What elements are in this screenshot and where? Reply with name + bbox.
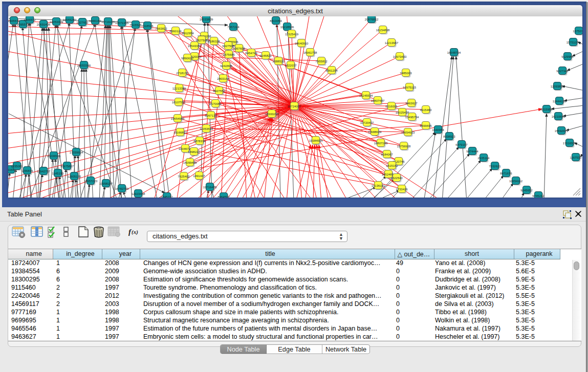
svg-text:9699695: 9699695 bbox=[420, 124, 432, 127]
svg-text:12975115: 12975115 bbox=[403, 86, 417, 89]
svg-text:17957223: 17957223 bbox=[84, 180, 98, 183]
svg-text:1640954: 1640954 bbox=[432, 128, 444, 132]
svg-text:6466160: 6466160 bbox=[89, 19, 101, 23]
svg-text:8938923: 8938923 bbox=[443, 135, 455, 138]
svg-text:7663822: 7663822 bbox=[155, 27, 167, 30]
svg-text:7485003: 7485003 bbox=[400, 72, 412, 75]
svg-text:12923468: 12923468 bbox=[132, 192, 145, 195]
svg-text:1322037: 1322037 bbox=[285, 64, 297, 67]
svg-text:8561204: 8561204 bbox=[325, 69, 338, 72]
svg-text:7357224: 7357224 bbox=[227, 26, 239, 29]
svg-text:6216001: 6216001 bbox=[385, 105, 398, 108]
svg-text:1615152: 1615152 bbox=[386, 164, 398, 167]
svg-text:20876812: 20876812 bbox=[365, 18, 379, 21]
svg-text:16245534: 16245534 bbox=[359, 94, 373, 97]
svg-text:8878334: 8878334 bbox=[193, 140, 206, 143]
svg-text:19716485: 19716485 bbox=[203, 186, 217, 189]
svg-text:18640910: 18640910 bbox=[295, 42, 309, 45]
svg-text:10720407: 10720407 bbox=[360, 121, 374, 124]
svg-text:9115460: 9115460 bbox=[420, 108, 432, 112]
svg-text:30975867: 30975867 bbox=[60, 165, 74, 168]
svg-text:10688609: 10688609 bbox=[368, 130, 382, 134]
svg-text:10973493: 10973493 bbox=[393, 55, 407, 58]
svg-text:18107552: 18107552 bbox=[172, 101, 186, 104]
svg-text:1498222: 1498222 bbox=[188, 150, 200, 154]
svg-text:20691406: 20691406 bbox=[37, 23, 51, 26]
svg-text:19654985: 19654985 bbox=[171, 117, 185, 120]
svg-text:10807487: 10807487 bbox=[371, 99, 385, 102]
svg-text:9827508: 9827508 bbox=[195, 39, 208, 42]
svg-text:20206536: 20206536 bbox=[47, 155, 61, 158]
svg-text:9245652: 9245652 bbox=[520, 189, 533, 192]
svg-text:1167533: 1167533 bbox=[570, 156, 582, 159]
svg-text:19384554: 19384554 bbox=[309, 139, 323, 142]
svg-text:11353594: 11353594 bbox=[200, 127, 213, 130]
svg-text:9463627: 9463627 bbox=[405, 102, 418, 105]
svg-text:2170081: 2170081 bbox=[209, 102, 222, 105]
svg-text:7625402: 7625402 bbox=[178, 175, 190, 178]
svg-text:10958187: 10958187 bbox=[99, 182, 113, 185]
svg-text:2718176: 2718176 bbox=[176, 72, 188, 75]
svg-text:14136141: 14136141 bbox=[372, 184, 385, 187]
svg-text:8454749: 8454749 bbox=[245, 52, 257, 55]
svg-text:16154838: 16154838 bbox=[376, 29, 390, 32]
svg-text:1588520: 1588520 bbox=[272, 60, 285, 63]
svg-text:9129966: 9129966 bbox=[561, 55, 574, 58]
svg-text:1527602: 1527602 bbox=[76, 21, 89, 24]
svg-text:1335081: 1335081 bbox=[11, 165, 23, 168]
svg-text:17359924: 17359924 bbox=[70, 151, 83, 154]
svg-text:13495754: 13495754 bbox=[405, 116, 419, 119]
svg-text:9245212: 9245212 bbox=[161, 195, 173, 198]
svg-text:8215958: 8215958 bbox=[540, 108, 553, 111]
svg-text:8186328: 8186328 bbox=[208, 40, 220, 43]
svg-text:7632621: 7632621 bbox=[489, 165, 501, 168]
svg-text:7518526: 7518526 bbox=[141, 25, 154, 28]
svg-text:2522540: 2522540 bbox=[390, 177, 403, 180]
svg-text:12213967: 12213967 bbox=[385, 41, 399, 45]
svg-text:(x): (x) bbox=[132, 229, 138, 235]
svg-text:8912954: 8912954 bbox=[182, 32, 194, 35]
svg-text:12942757: 12942757 bbox=[37, 170, 51, 173]
svg-text:17016504: 17016504 bbox=[563, 142, 577, 145]
svg-text:12213389: 12213389 bbox=[172, 87, 186, 90]
svg-text:1575074: 1575074 bbox=[573, 30, 582, 33]
svg-text:10025438: 10025438 bbox=[396, 111, 409, 114]
svg-text:23053346: 23053346 bbox=[77, 64, 91, 67]
svg-text:2803144: 2803144 bbox=[217, 77, 229, 80]
svg-text:8964502: 8964502 bbox=[217, 195, 230, 198]
svg-text:8813054: 8813054 bbox=[270, 19, 282, 23]
svg-text:1491447: 1491447 bbox=[193, 174, 205, 178]
svg-text:9242848: 9242848 bbox=[220, 64, 232, 68]
svg-text:2367608: 2367608 bbox=[233, 47, 245, 50]
svg-text:16543362: 16543362 bbox=[188, 45, 202, 48]
svg-text:1405572: 1405572 bbox=[8, 19, 20, 23]
svg-text:19654923: 19654923 bbox=[401, 131, 415, 134]
svg-text:1733426: 1733426 bbox=[396, 188, 408, 191]
svg-text:18724007: 18724007 bbox=[288, 105, 301, 108]
svg-text:12093832: 12093832 bbox=[551, 85, 564, 88]
svg-text:16961758: 16961758 bbox=[303, 51, 317, 54]
svg-text:9227342: 9227342 bbox=[556, 70, 569, 73]
svg-text:10955287: 10955287 bbox=[63, 18, 77, 21]
svg-text:10719155: 10719155 bbox=[101, 20, 115, 24]
svg-text:16033809: 16033809 bbox=[200, 18, 213, 21]
svg-text:12444153: 12444153 bbox=[553, 100, 567, 103]
svg-text:1156839: 1156839 bbox=[21, 169, 34, 172]
svg-text:9474444: 9474444 bbox=[466, 150, 478, 153]
svg-text:9745212: 9745212 bbox=[532, 194, 545, 198]
svg-text:19166827: 19166827 bbox=[173, 131, 187, 134]
svg-text:6479197: 6479197 bbox=[455, 143, 468, 146]
svg-text:7955812: 7955812 bbox=[315, 60, 328, 63]
svg-text:18300295: 18300295 bbox=[265, 113, 279, 116]
svg-text:2935114: 2935114 bbox=[478, 157, 490, 160]
svg-text:14099489: 14099489 bbox=[183, 161, 197, 164]
svg-text:16210643: 16210643 bbox=[552, 115, 565, 118]
svg-text:10671355: 10671355 bbox=[115, 21, 129, 25]
svg-text:3675685: 3675685 bbox=[223, 53, 235, 56]
svg-text:1305572: 1305572 bbox=[24, 18, 36, 21]
svg-text:9184067: 9184067 bbox=[381, 153, 393, 156]
svg-text:1145190: 1145190 bbox=[52, 172, 64, 175]
svg-text:18807249: 18807249 bbox=[374, 142, 388, 145]
svg-text:8471676: 8471676 bbox=[500, 172, 512, 175]
svg-text:10053309: 10053309 bbox=[50, 20, 63, 24]
